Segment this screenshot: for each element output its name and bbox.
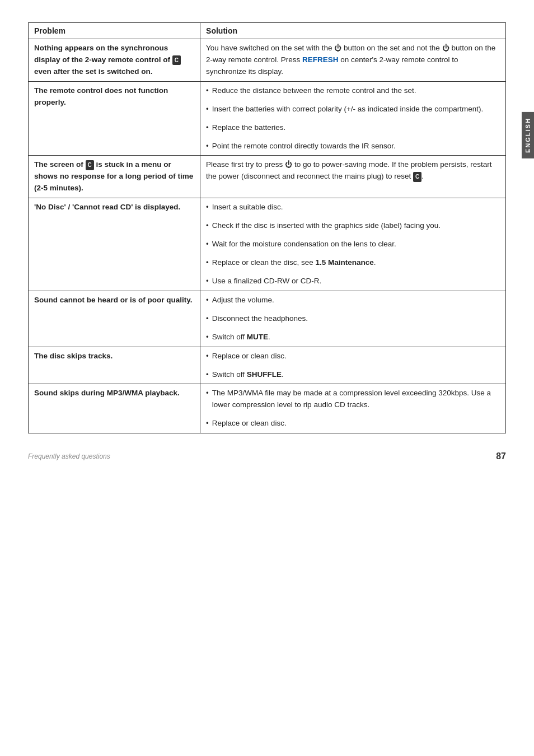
solution-cell-4: • Insert a suitable disc. • Check if the… bbox=[200, 198, 506, 291]
power-icon-1: ⏻ bbox=[334, 43, 341, 54]
table-row: Sound skips during MP3/WMA playback. • T… bbox=[29, 384, 506, 433]
table-row: Nothing appears on the synchronous displ… bbox=[29, 39, 506, 82]
page-number: 87 bbox=[496, 451, 506, 461]
bullet-item: • Check if the disc is inserted with the… bbox=[206, 220, 500, 232]
device-icon-3: C bbox=[413, 172, 421, 182]
bullet-item: • Replace or clean the disc, see 1.5 Mai… bbox=[206, 257, 500, 269]
solution-cell-6: • Replace or clean disc. • Switch off SH… bbox=[200, 347, 506, 384]
table-row: The remote control does not function pro… bbox=[29, 81, 506, 156]
problem-cell-1: Nothing appears on the synchronous displ… bbox=[29, 39, 200, 82]
device-icon-2: C bbox=[86, 160, 94, 170]
bullet-item: • Insert the batteries with correct pola… bbox=[206, 104, 500, 115]
page-footer: Frequently asked questions 87 bbox=[28, 451, 506, 461]
power-icon-3: ⏻ bbox=[285, 159, 292, 170]
solution-cell-1: You have switched on the set with the ⏻ … bbox=[200, 39, 506, 82]
bullet-item: • Switch off MUTE. bbox=[206, 332, 500, 343]
problem-cell-2: The remote control does not function pro… bbox=[29, 81, 200, 156]
problem-cell-3: The screen of C is stuck in a menu or sh… bbox=[29, 156, 200, 198]
table-row: 'No Disc' / 'Cannot read CD' is displaye… bbox=[29, 198, 506, 291]
bullet-item: • Adjust the volume. bbox=[206, 295, 500, 306]
problem-cell-4: 'No Disc' / 'Cannot read CD' is displaye… bbox=[29, 198, 200, 291]
solution-cell-3: Please first try to press ⏻ to go to pow… bbox=[200, 156, 506, 198]
power-icon-2: ⏻ bbox=[442, 43, 449, 54]
table-row: Sound cannot be heard or is of poor qual… bbox=[29, 291, 506, 347]
bullet-item: • Switch off SHUFFLE. bbox=[206, 369, 500, 381]
table-row: The screen of C is stuck in a menu or sh… bbox=[29, 156, 506, 198]
problem-cell-5: Sound cannot be heard or is of poor qual… bbox=[29, 291, 200, 347]
bullet-item: • Wait for the moisture condensation on … bbox=[206, 239, 500, 250]
bullet-item: • The MP3/WMA file may be made at a comp… bbox=[206, 388, 500, 411]
problem-cell-6: The disc skips tracks. bbox=[29, 347, 200, 384]
page-wrapper: ENGLISH Problem Solution Nothing appears… bbox=[0, 0, 534, 478]
problem-cell-7: Sound skips during MP3/WMA playback. bbox=[29, 384, 200, 433]
device-icon-1: C bbox=[172, 55, 181, 66]
bullet-item: • Insert a suitable disc. bbox=[206, 202, 500, 213]
bullet-item: • Replace or clean disc. bbox=[206, 351, 500, 362]
solution-cell-2: • Reduce the distance between the remote… bbox=[200, 81, 506, 156]
bullet-item: • Reduce the distance between the remote… bbox=[206, 85, 500, 97]
col-solution-header: Solution bbox=[200, 23, 506, 39]
col-problem-header: Problem bbox=[29, 23, 200, 39]
solution-cell-7: • The MP3/WMA file may be made at a comp… bbox=[200, 384, 506, 433]
footer-left-text: Frequently asked questions bbox=[28, 452, 110, 460]
bullet-item: • Disconnect the headphones. bbox=[206, 313, 500, 325]
table-row: The disc skips tracks. • Replace or clea… bbox=[29, 347, 506, 384]
faq-table: Problem Solution Nothing appears on the … bbox=[28, 22, 506, 433]
bullet-item: • Replace the batteries. bbox=[206, 122, 500, 134]
bullet-item: • Use a finalized CD-RW or CD-R. bbox=[206, 276, 500, 287]
side-tab-label: ENGLISH bbox=[524, 118, 531, 153]
bullet-item: • Replace or clean disc. bbox=[206, 418, 500, 430]
bullet-item: • Point the remote control directly towa… bbox=[206, 141, 500, 152]
solution-cell-5: • Adjust the volume. • Disconnect the he… bbox=[200, 291, 506, 347]
side-tab: ENGLISH bbox=[522, 112, 534, 158]
